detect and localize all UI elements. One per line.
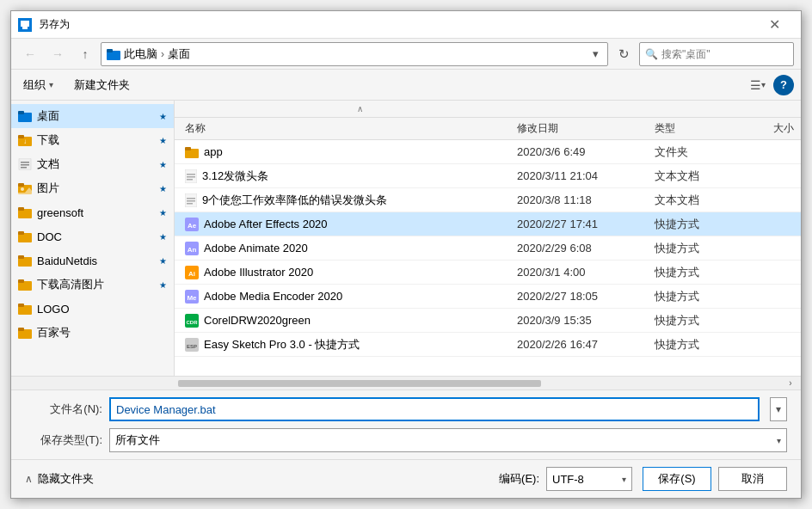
main-content: 桌面 ★ ↓ 下载 ★ 文档 ★ <box>11 101 801 376</box>
pin-icon-greensoft: ★ <box>159 208 167 218</box>
scroll-thumb-h[interactable] <box>178 380 541 387</box>
search-input[interactable] <box>661 48 790 60</box>
encoding-label: 编码(E): <box>499 471 539 487</box>
sidebar-item-downloads[interactable]: ↓ 下载 ★ <box>11 128 174 152</box>
sidebar-hd-icon <box>18 279 32 291</box>
file-name-cell: CDR CorelDRW2020green <box>175 314 517 328</box>
sidebar-label-hd-pics: 下载高清图片 <box>37 277 104 292</box>
sidebar-item-desktop[interactable]: 桌面 ★ <box>11 104 174 128</box>
file-row[interactable]: ESP Easy Sketch Pro 3.0 - 快捷方式 2020/2/26… <box>175 333 801 357</box>
new-folder-button[interactable]: 新建文件夹 <box>69 74 135 96</box>
dialog-icon <box>18 18 32 32</box>
file-row[interactable]: app 2020/3/6 6:49 文件夹 <box>175 140 801 164</box>
save-button[interactable]: 保存(S) <box>643 467 711 491</box>
svg-rect-15 <box>18 183 24 187</box>
sidebar-label-greensoft: greensoft <box>37 206 83 219</box>
filename-label: 文件名(N): <box>25 402 102 417</box>
search-box[interactable]: 🔍 <box>639 42 794 66</box>
file-date: 2020/3/8 11:18 <box>517 193 655 206</box>
file-row[interactable]: Me Adobe Media Encoder 2020 2020/2/27 18… <box>175 285 801 309</box>
text-doc-icon <box>185 193 197 207</box>
file-header: 名称 修改日期 类型 大小 <box>175 118 801 140</box>
address-bar[interactable]: 此电脑 › 桌面 ▾ <box>101 42 608 66</box>
sidebar-item-doc[interactable]: DOC ★ <box>11 224 174 248</box>
action-buttons: 保存(S) 取消 <box>643 467 787 491</box>
svg-rect-27 <box>18 304 24 307</box>
file-row[interactable]: An Adobe Animate 2020 2020/2/29 6:08 快捷方… <box>175 236 801 261</box>
file-row[interactable]: Ai Adobe Illustrator 2020 2020/3/1 4:00 … <box>175 261 801 285</box>
sidebar-item-baijiahao[interactable]: 百家号 <box>11 321 174 345</box>
sidebar-label-pictures: 图片 <box>37 181 59 196</box>
address-toolbar: ← → ↑ 此电脑 › 桌面 ▾ ↻ 🔍 <box>11 39 801 70</box>
file-row[interactable]: 3.12发微头条 2020/3/11 21:04 文本文档 <box>175 164 801 188</box>
address-separator: › <box>161 48 164 60</box>
sidebar-label-baijiahao: 百家号 <box>37 325 71 340</box>
file-name: Easy Sketch Pro 3.0 - 快捷方式 <box>204 337 360 353</box>
sidebar-download-icon: ↓ <box>18 134 32 146</box>
svg-rect-37 <box>187 198 195 199</box>
view-mode-button[interactable]: ☰ ▾ <box>746 73 770 97</box>
sidebar: 桌面 ★ ↓ 下载 ★ 文档 ★ <box>11 101 175 376</box>
sidebar-item-pictures[interactable]: 图片 ★ <box>11 176 174 200</box>
col-header-size[interactable]: 大小 <box>741 121 801 136</box>
svg-rect-33 <box>187 174 195 175</box>
sidebar-item-hd-pics[interactable]: 下载高清图片 ★ <box>11 273 174 297</box>
sidebar-picture-icon <box>18 182 32 194</box>
svg-rect-34 <box>187 176 195 178</box>
filename-input[interactable] <box>109 397 760 421</box>
forward-button[interactable]: → <box>46 42 70 66</box>
pin-icon-baidu: ★ <box>159 256 167 266</box>
sidebar-item-greensoft[interactable]: greensoft ★ <box>11 200 174 224</box>
organize-button[interactable]: 组织 ▾ <box>18 74 58 96</box>
encoding-select[interactable]: UTF-8 ▾ <box>546 467 632 491</box>
col-header-name[interactable]: 名称 <box>175 121 517 136</box>
hide-folder-button[interactable]: ∧ 隐藏文件夹 <box>25 471 94 487</box>
sidebar-baijiahao-icon <box>18 327 32 339</box>
hide-folder-label: 隐藏文件夹 <box>38 471 94 487</box>
file-date: 2020/3/1 4:00 <box>517 266 655 279</box>
address-part-desktop[interactable]: 桌面 <box>168 46 190 62</box>
filename-row: 文件名(N): ▾ <box>25 397 787 421</box>
address-part-computer[interactable]: 此电脑 <box>124 46 157 62</box>
svg-text:Ai: Ai <box>188 270 195 278</box>
file-type: 文本文档 <box>655 193 741 208</box>
file-date: 2020/2/27 18:05 <box>517 290 655 303</box>
file-type: 快捷方式 <box>655 337 741 353</box>
col-header-date[interactable]: 修改日期 <box>517 121 655 136</box>
sidebar-item-baidu[interactable]: BaiduNetdis ★ <box>11 248 174 273</box>
help-button[interactable]: ? <box>773 75 794 95</box>
refresh-button[interactable]: ↻ <box>612 42 636 66</box>
filetype-select[interactable]: 所有文件 ▾ <box>109 428 787 452</box>
scroll-right-button[interactable]: › <box>784 377 797 390</box>
file-row[interactable]: CDR CorelDRW2020green 2020/3/9 15:35 快捷方… <box>175 309 801 333</box>
col-header-type[interactable]: 类型 <box>655 121 741 136</box>
up-button[interactable]: ↑ <box>73 42 97 66</box>
cancel-button[interactable]: 取消 <box>718 467 787 491</box>
horizontal-scrollbar: › <box>11 376 801 389</box>
svg-rect-21 <box>18 231 24 235</box>
action-bar: 组织 ▾ 新建文件夹 ☰ ▾ ? <box>11 70 801 101</box>
svg-rect-12 <box>21 164 29 166</box>
svg-text:ESP: ESP <box>187 344 197 349</box>
sidebar-item-documents[interactable]: 文档 ★ <box>11 152 174 176</box>
file-row[interactable]: 9个使您工作效率降低的错误发微头条 2020/3/8 11:18 文本文档 <box>175 188 801 212</box>
save-as-dialog: 另存为 ✕ ← → ↑ 此电脑 › 桌面 ▾ ↻ 🔍 <box>10 10 802 499</box>
back-button[interactable]: ← <box>18 42 42 66</box>
file-date: 2020/3/6 6:49 <box>517 145 655 158</box>
svg-rect-1 <box>21 21 29 27</box>
sidebar-label-desktop: 桌面 <box>37 108 59 124</box>
pin-icon-hd: ★ <box>159 280 167 290</box>
filename-dropdown-button[interactable]: ▾ <box>770 397 787 421</box>
svg-rect-13 <box>21 167 27 169</box>
svg-text:An: An <box>188 246 197 254</box>
close-button[interactable]: ✕ <box>754 11 794 39</box>
file-name-cell: Me Adobe Media Encoder 2020 <box>175 290 517 304</box>
sidebar-label-documents: 文档 <box>37 156 59 172</box>
svg-rect-4 <box>107 49 113 52</box>
sidebar-item-logo[interactable]: LOGO <box>11 297 174 321</box>
text-doc-icon <box>185 169 197 183</box>
address-dropdown-button[interactable]: ▾ <box>588 47 602 61</box>
file-row-ae[interactable]: Ae Adobe After Effects 2020 2020/2/27 17… <box>175 212 801 236</box>
ae-icon: Ae <box>185 218 199 231</box>
pin-icon-doc: ★ <box>159 232 167 242</box>
